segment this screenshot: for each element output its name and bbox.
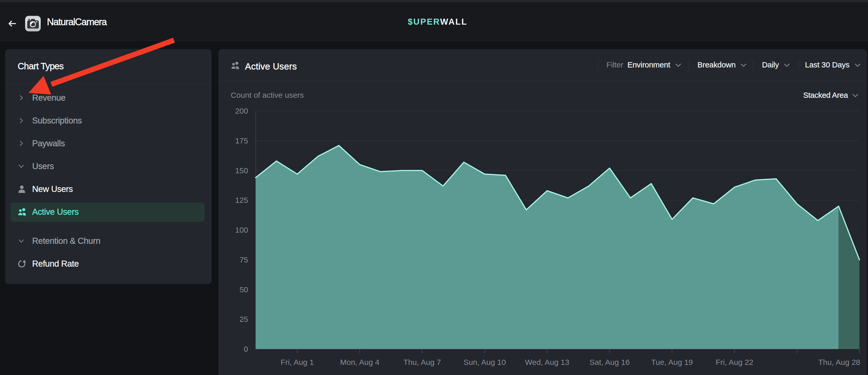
svg-text:25: 25	[240, 315, 248, 323]
svg-text:Tue, Aug 19: Tue, Aug 19	[651, 358, 693, 367]
svg-text:175: 175	[235, 136, 248, 145]
svg-text:50: 50	[240, 285, 248, 294]
svg-text:150: 150	[235, 166, 248, 175]
svg-text:100: 100	[235, 226, 248, 234]
svg-text:200: 200	[235, 106, 248, 115]
svg-text:Sun, Aug 10: Sun, Aug 10	[464, 358, 506, 367]
svg-text:Mon, Aug 4: Mon, Aug 4	[340, 358, 379, 367]
svg-text:Wed, Aug 13: Wed, Aug 13	[525, 358, 569, 367]
svg-text:125: 125	[235, 196, 248, 205]
svg-text:Sat, Aug 16: Sat, Aug 16	[590, 358, 630, 367]
svg-text:Fri, Aug 22: Fri, Aug 22	[716, 358, 753, 367]
svg-text:Fri, Aug 1: Fri, Aug 1	[281, 358, 314, 367]
svg-text:0: 0	[244, 345, 248, 353]
svg-text:Thu, Aug 7: Thu, Aug 7	[403, 358, 441, 367]
svg-text:75: 75	[240, 255, 248, 264]
svg-text:Thu, Aug 28: Thu, Aug 28	[818, 358, 860, 367]
